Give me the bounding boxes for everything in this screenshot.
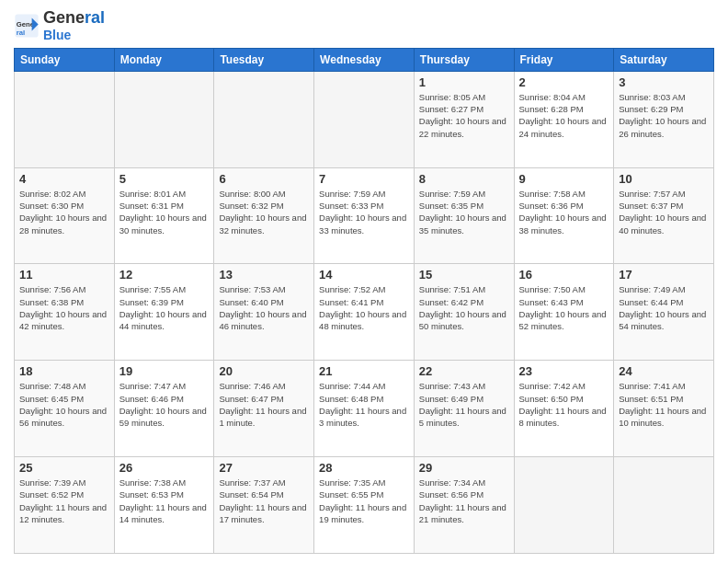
calendar-cell: 3Sunrise: 8:03 AMSunset: 6:29 PMDaylight… <box>614 71 714 167</box>
calendar-cell: 26Sunrise: 7:38 AMSunset: 6:53 PMDayligh… <box>114 457 214 554</box>
day-number: 22 <box>419 364 509 378</box>
calendar-cell: 14Sunrise: 7:52 AMSunset: 6:41 PMDayligh… <box>314 264 415 361</box>
calendar-cell: 7Sunrise: 7:59 AMSunset: 6:33 PMDaylight… <box>314 167 415 264</box>
day-number: 6 <box>219 172 309 186</box>
day-number: 18 <box>19 364 109 378</box>
calendar-cell: 12Sunrise: 7:55 AMSunset: 6:39 PMDayligh… <box>114 264 214 361</box>
day-number: 25 <box>19 461 109 475</box>
day-info: Sunrise: 7:56 AMSunset: 6:38 PMDaylight:… <box>19 283 109 332</box>
calendar-cell: 25Sunrise: 7:39 AMSunset: 6:52 PMDayligh… <box>15 457 115 554</box>
calendar-cell: 21Sunrise: 7:44 AMSunset: 6:48 PMDayligh… <box>314 361 415 457</box>
calendar-cell: 28Sunrise: 7:35 AMSunset: 6:55 PMDayligh… <box>314 457 415 554</box>
day-number: 27 <box>219 461 309 475</box>
calendar-header-row: SundayMondayTuesdayWednesdayThursdayFrid… <box>15 48 714 71</box>
day-header-thursday: Thursday <box>414 48 514 71</box>
day-info: Sunrise: 7:59 AMSunset: 6:35 PMDaylight:… <box>419 188 509 236</box>
calendar-cell <box>314 71 415 167</box>
day-info: Sunrise: 7:52 AMSunset: 6:41 PMDaylight:… <box>319 283 409 332</box>
day-info: Sunrise: 7:57 AMSunset: 6:37 PMDaylight:… <box>619 188 709 236</box>
calendar-cell: 4Sunrise: 8:02 AMSunset: 6:30 PMDaylight… <box>15 167 115 264</box>
day-number: 13 <box>219 268 309 282</box>
page: Gene ral General Blue SundayMondayTuesda… <box>0 0 728 563</box>
calendar-cell <box>514 457 614 554</box>
day-info: Sunrise: 8:04 AMSunset: 6:28 PMDaylight:… <box>519 91 609 140</box>
day-number: 17 <box>619 268 709 282</box>
day-info: Sunrise: 7:50 AMSunset: 6:43 PMDaylight:… <box>519 283 609 332</box>
day-info: Sunrise: 7:37 AMSunset: 6:54 PMDaylight:… <box>219 477 309 525</box>
day-header-tuesday: Tuesday <box>214 48 314 71</box>
day-info: Sunrise: 7:34 AMSunset: 6:56 PMDaylight:… <box>419 477 509 525</box>
day-number: 29 <box>419 461 509 475</box>
day-info: Sunrise: 8:00 AMSunset: 6:32 PMDaylight:… <box>219 188 309 236</box>
day-info: Sunrise: 7:48 AMSunset: 6:45 PMDaylight:… <box>19 380 109 429</box>
calendar-cell <box>15 71 115 167</box>
day-number: 11 <box>19 268 109 282</box>
calendar-cell: 27Sunrise: 7:37 AMSunset: 6:54 PMDayligh… <box>214 457 314 554</box>
day-info: Sunrise: 7:47 AMSunset: 6:46 PMDaylight:… <box>119 380 210 429</box>
logo-text: General <box>43 9 105 28</box>
calendar-cell <box>214 71 314 167</box>
day-number: 24 <box>619 364 709 378</box>
logo-blue: Blue <box>43 28 105 42</box>
day-number: 8 <box>419 172 509 186</box>
day-number: 2 <box>519 75 609 89</box>
day-info: Sunrise: 8:05 AMSunset: 6:27 PMDaylight:… <box>419 91 509 140</box>
calendar-cell: 2Sunrise: 8:04 AMSunset: 6:28 PMDaylight… <box>514 71 614 167</box>
day-number: 23 <box>519 364 609 378</box>
day-number: 4 <box>19 172 109 186</box>
day-info: Sunrise: 8:02 AMSunset: 6:30 PMDaylight:… <box>19 188 109 236</box>
calendar-week-3: 18Sunrise: 7:48 AMSunset: 6:45 PMDayligh… <box>15 361 714 457</box>
day-info: Sunrise: 7:46 AMSunset: 6:47 PMDaylight:… <box>219 380 309 429</box>
day-number: 15 <box>419 268 509 282</box>
calendar-cell: 18Sunrise: 7:48 AMSunset: 6:45 PMDayligh… <box>15 361 115 457</box>
day-number: 12 <box>119 268 210 282</box>
day-number: 1 <box>419 75 509 89</box>
calendar-cell: 8Sunrise: 7:59 AMSunset: 6:35 PMDaylight… <box>414 167 514 264</box>
day-info: Sunrise: 7:55 AMSunset: 6:39 PMDaylight:… <box>119 283 210 332</box>
day-info: Sunrise: 7:53 AMSunset: 6:40 PMDaylight:… <box>219 283 309 332</box>
day-header-saturday: Saturday <box>614 48 714 71</box>
day-number: 21 <box>319 364 409 378</box>
day-info: Sunrise: 7:59 AMSunset: 6:33 PMDaylight:… <box>319 188 409 236</box>
day-info: Sunrise: 8:03 AMSunset: 6:29 PMDaylight:… <box>619 91 709 140</box>
day-number: 16 <box>519 268 609 282</box>
calendar-cell: 9Sunrise: 7:58 AMSunset: 6:36 PMDaylight… <box>514 167 614 264</box>
day-info: Sunrise: 7:39 AMSunset: 6:52 PMDaylight:… <box>19 477 109 525</box>
calendar-cell <box>114 71 214 167</box>
calendar-week-4: 25Sunrise: 7:39 AMSunset: 6:52 PMDayligh… <box>15 457 714 554</box>
day-number: 28 <box>319 461 409 475</box>
calendar-cell: 13Sunrise: 7:53 AMSunset: 6:40 PMDayligh… <box>214 264 314 361</box>
day-number: 14 <box>319 268 409 282</box>
calendar-week-1: 4Sunrise: 8:02 AMSunset: 6:30 PMDaylight… <box>15 167 714 264</box>
calendar-cell: 1Sunrise: 8:05 AMSunset: 6:27 PMDaylight… <box>414 71 514 167</box>
day-info: Sunrise: 7:51 AMSunset: 6:42 PMDaylight:… <box>419 283 509 332</box>
calendar-cell: 20Sunrise: 7:46 AMSunset: 6:47 PMDayligh… <box>214 361 314 457</box>
day-info: Sunrise: 7:35 AMSunset: 6:55 PMDaylight:… <box>319 477 409 525</box>
day-number: 7 <box>319 172 409 186</box>
calendar-cell: 11Sunrise: 7:56 AMSunset: 6:38 PMDayligh… <box>15 264 115 361</box>
day-number: 5 <box>119 172 210 186</box>
calendar-cell: 19Sunrise: 7:47 AMSunset: 6:46 PMDayligh… <box>114 361 214 457</box>
calendar-cell: 23Sunrise: 7:42 AMSunset: 6:50 PMDayligh… <box>514 361 614 457</box>
logo: Gene ral General Blue <box>14 9 105 42</box>
day-number: 10 <box>619 172 709 186</box>
svg-text:ral: ral <box>17 29 25 37</box>
calendar-cell: 5Sunrise: 8:01 AMSunset: 6:31 PMDaylight… <box>114 167 214 264</box>
day-number: 19 <box>119 364 210 378</box>
calendar-cell: 22Sunrise: 7:43 AMSunset: 6:49 PMDayligh… <box>414 361 514 457</box>
calendar-cell <box>614 457 714 554</box>
calendar-week-2: 11Sunrise: 7:56 AMSunset: 6:38 PMDayligh… <box>15 264 714 361</box>
day-number: 3 <box>619 75 709 89</box>
day-header-monday: Monday <box>114 48 214 71</box>
day-info: Sunrise: 7:42 AMSunset: 6:50 PMDaylight:… <box>519 380 609 429</box>
header: Gene ral General Blue <box>14 9 714 42</box>
calendar-cell: 17Sunrise: 7:49 AMSunset: 6:44 PMDayligh… <box>614 264 714 361</box>
day-info: Sunrise: 7:41 AMSunset: 6:51 PMDaylight:… <box>619 380 709 429</box>
calendar-cell: 10Sunrise: 7:57 AMSunset: 6:37 PMDayligh… <box>614 167 714 264</box>
calendar-week-0: 1Sunrise: 8:05 AMSunset: 6:27 PMDaylight… <box>15 71 714 167</box>
calendar-cell: 29Sunrise: 7:34 AMSunset: 6:56 PMDayligh… <box>414 457 514 554</box>
day-info: Sunrise: 7:49 AMSunset: 6:44 PMDaylight:… <box>619 283 709 332</box>
calendar-cell: 24Sunrise: 7:41 AMSunset: 6:51 PMDayligh… <box>614 361 714 457</box>
day-info: Sunrise: 8:01 AMSunset: 6:31 PMDaylight:… <box>119 188 210 236</box>
calendar-table: SundayMondayTuesdayWednesdayThursdayFrid… <box>14 48 714 554</box>
